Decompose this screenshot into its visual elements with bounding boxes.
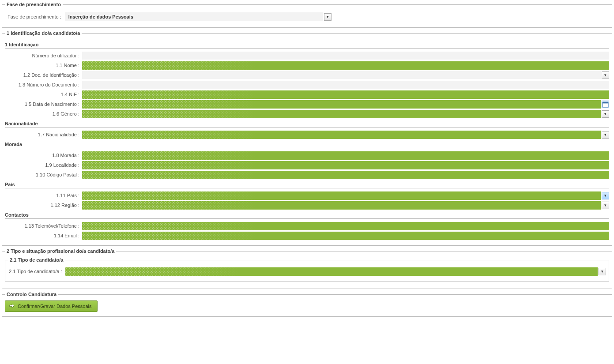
label-street: 1.8 Morada : xyxy=(5,153,82,158)
nif-input[interactable] xyxy=(82,90,609,99)
subsection-contacts: Contactos xyxy=(5,211,609,219)
row-gender: 1.6 Género : ▾ xyxy=(5,109,609,118)
confirm-save-button[interactable]: Confirmar/Gravar Dados Pessoais xyxy=(5,300,98,312)
phone-input[interactable] xyxy=(82,222,609,230)
street-input[interactable] xyxy=(82,151,609,160)
label-gender: 1.6 Género : xyxy=(5,111,82,116)
row-name: 1.1 Nome : xyxy=(5,61,609,70)
subsection-address: Morada xyxy=(5,141,609,148)
postal-input[interactable] xyxy=(82,171,609,179)
label-candidate-type: 2.1 Tipo de candidato/a : xyxy=(8,269,65,274)
section-control: Controlo Candidatura Confirmar/Gravar Da… xyxy=(2,292,612,317)
region-dropdown-button[interactable]: ▾ xyxy=(602,202,609,209)
svg-rect-1 xyxy=(603,102,608,103)
label-region: 1.12 Região : xyxy=(5,203,82,208)
label-doc-num: 1.3 Número do Documento : xyxy=(5,82,82,87)
label-email: 1.14 Email : xyxy=(5,233,82,238)
phase-fieldset: Fase de preenchimento Fase de preenchime… xyxy=(2,2,612,28)
region-select[interactable] xyxy=(82,201,601,210)
candidate-type-legend: 2.1 Tipo de candidato/a xyxy=(8,257,65,263)
label-locality: 1.9 Localidade : xyxy=(5,162,82,168)
calendar-icon[interactable] xyxy=(602,101,609,108)
subsection-nationality: Nacionalidade xyxy=(5,120,609,128)
row-phone: 1.13 Telemóvel/Telefone : xyxy=(5,221,609,230)
phase-row: Fase de preenchimento : Inserção de dado… xyxy=(5,11,609,23)
gender-select[interactable] xyxy=(82,110,601,118)
row-dob: 1.5 Data de Nascimento : xyxy=(5,100,609,109)
confirm-save-label: Confirmar/Gravar Dados Pessoais xyxy=(18,304,92,309)
row-candidate-type: 2.1 Tipo de candidato/a : ▾ xyxy=(8,267,606,276)
doc-id-dropdown-button[interactable]: ▾ xyxy=(602,71,609,79)
row-email: 1.14 Email : xyxy=(5,231,609,240)
row-postal: 1.10 Código Postal : xyxy=(5,170,609,179)
arrow-right-icon xyxy=(9,303,15,310)
row-country: 1.11 País : ▾ xyxy=(5,191,609,200)
row-region: 1.12 Região : ▾ xyxy=(5,201,609,210)
phase-value-display: Inserção de dados Pessoais xyxy=(65,12,323,21)
row-locality: 1.9 Localidade : xyxy=(5,161,609,169)
subsection-candidate-type: 2.1 Tipo de candidato/a 2.1 Tipo de cand… xyxy=(5,257,609,281)
row-user-number: Número de utilizador : xyxy=(5,51,609,60)
row-doc-id: 1.2 Doc. de Identificação : ▾ xyxy=(5,71,609,79)
country-dropdown-button[interactable]: ▾ xyxy=(602,192,609,199)
section1-legend: 1 Identificação do/a candidato/a xyxy=(5,30,82,36)
row-street: 1.8 Morada : xyxy=(5,151,609,160)
label-nationality: 1.7 Nacionalidade : xyxy=(5,132,82,137)
control-legend: Controlo Candidatura xyxy=(5,292,58,297)
row-nationality: 1.7 Nacionalidade : ▾ xyxy=(5,130,609,139)
label-postal: 1.10 Código Postal : xyxy=(5,172,82,177)
doc-num-field xyxy=(82,81,609,89)
candidate-type-dropdown-button[interactable]: ▾ xyxy=(599,268,606,275)
section-identification: 1 Identificação do/a candidato/a 1 Ident… xyxy=(2,30,612,246)
phase-legend: Fase de preenchimento xyxy=(5,2,63,7)
phase-dropdown-button[interactable]: ▾ xyxy=(324,13,331,21)
country-select[interactable] xyxy=(82,191,601,200)
label-phone: 1.13 Telemóvel/Telefone : xyxy=(5,223,82,229)
email-input[interactable] xyxy=(82,232,609,240)
nationality-select[interactable] xyxy=(82,131,601,139)
dob-input[interactable] xyxy=(82,100,601,109)
label-user-number: Número de utilizador : xyxy=(5,53,82,58)
section2-legend: 2 Tipo e situação profissional do/a cand… xyxy=(5,248,116,254)
label-nif: 1.4 NIF : xyxy=(5,92,82,97)
doc-id-field xyxy=(82,71,601,79)
row-nif: 1.4 NIF : xyxy=(5,90,609,99)
label-doc-id: 1.2 Doc. de Identificação : xyxy=(5,72,82,78)
name-input[interactable] xyxy=(82,61,609,70)
nationality-dropdown-button[interactable]: ▾ xyxy=(602,131,609,139)
candidate-type-select[interactable] xyxy=(65,267,598,276)
gender-dropdown-button[interactable]: ▾ xyxy=(602,110,609,118)
phase-label: Fase de preenchimento : xyxy=(6,14,65,19)
user-number-field xyxy=(82,52,609,60)
section-professional: 2 Tipo e situação profissional do/a cand… xyxy=(2,248,612,289)
label-dob: 1.5 Data de Nascimento : xyxy=(5,101,82,107)
label-country: 1.11 País : xyxy=(5,193,82,198)
subsection-country: País xyxy=(5,181,609,188)
label-name: 1.1 Nome : xyxy=(5,63,82,68)
subsection-identification: 1 Identificação xyxy=(5,41,609,49)
locality-input[interactable] xyxy=(82,161,609,169)
row-doc-num: 1.3 Número do Documento : xyxy=(5,80,609,89)
